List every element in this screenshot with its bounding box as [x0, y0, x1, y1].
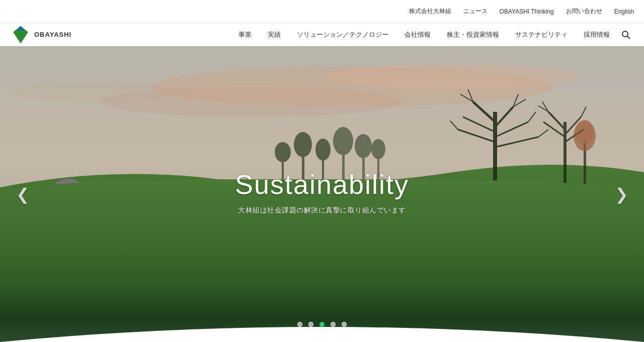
- svg-point-45: [53, 179, 83, 201]
- svg-point-43: [371, 139, 385, 159]
- hero-section: Sustainability 大林組は社会課題の解決に真摯に取り組んでいます ❮…: [0, 46, 644, 342]
- nav-sustainability[interactable]: サステナビリティ: [515, 30, 568, 39]
- svg-point-33: [294, 132, 312, 157]
- utility-contact[interactable]: お問い合わせ: [566, 7, 602, 16]
- nav-jigyou[interactable]: 事業: [238, 30, 252, 39]
- slide-subtitle: 大林組は社会課題の解決に真摯に取り組んでいます: [235, 206, 409, 215]
- utility-company[interactable]: 株式会社大林組: [409, 7, 451, 16]
- nav-recruit[interactable]: 採用情報: [584, 30, 610, 39]
- logo[interactable]: OBAYASHI: [10, 24, 71, 45]
- main-nav: 事業 実績 ソリューション／テクノロジー 会社情報 株主・投資家情報 サステナビ…: [238, 30, 610, 39]
- svg-point-37: [275, 142, 291, 162]
- utility-thinking[interactable]: OBAYASHI Thinking: [500, 8, 554, 15]
- nav-bar: OBAYASHI 事業 実績 ソリューション／テクノロジー 会社情報 株主・投資…: [0, 23, 644, 46]
- svg-rect-24: [564, 122, 567, 187]
- search-button[interactable]: [618, 27, 634, 43]
- slide-title: Sustainability: [235, 169, 409, 200]
- svg-point-8: [10, 82, 191, 102]
- svg-point-41: [355, 134, 372, 158]
- svg-line-3: [627, 36, 630, 39]
- utility-bar: 株式会社大林組 ニュース OBAYASHI Thinking お問い合わせ En…: [0, 0, 644, 23]
- svg-point-2: [622, 31, 628, 37]
- utility-english[interactable]: English: [614, 8, 634, 15]
- nav-solution[interactable]: ソリューション／テクノロジー: [297, 30, 388, 39]
- bottom-curve: [0, 312, 644, 342]
- svg-point-39: [333, 127, 353, 155]
- svg-point-48: [576, 120, 594, 144]
- logo-text: OBAYASHI: [34, 31, 71, 38]
- logo-icon: [10, 24, 31, 45]
- search-icon: [621, 30, 631, 40]
- nav-company[interactable]: 会社情報: [405, 30, 431, 39]
- next-arrow[interactable]: ❯: [609, 182, 634, 207]
- svg-point-35: [315, 139, 331, 161]
- utility-news[interactable]: ニュース: [463, 7, 488, 16]
- nav-investor[interactable]: 株主・投資家情報: [447, 30, 499, 39]
- prev-arrow[interactable]: ❮: [10, 182, 35, 207]
- svg-point-7: [327, 64, 579, 89]
- nav-jisseki[interactable]: 実績: [268, 30, 281, 39]
- slide-content: Sustainability 大林組は社会課題の解決に真摯に取り組んでいます: [235, 169, 409, 215]
